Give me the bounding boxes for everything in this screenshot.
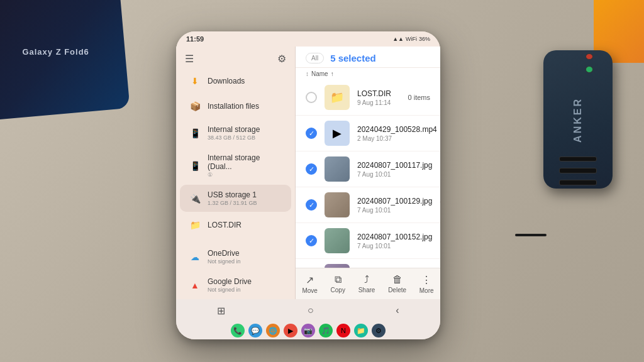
- anker-port-usb1: [559, 156, 597, 162]
- file-item-img3[interactable]: ✓ 20240807_100152.jpg 7 Aug 10:01 3.96 M…: [296, 223, 440, 259]
- dock-app-messages[interactable]: 💬: [248, 324, 262, 337]
- sort-arrow-icon: ↑: [331, 70, 334, 77]
- nav-home-button[interactable]: ○: [308, 305, 314, 316]
- content-header: All 5 selected: [296, 47, 440, 68]
- file-item-img1[interactable]: ✓ 20240807_100117.jpg 7 Aug 10:01 3.74 M…: [296, 151, 440, 187]
- settings-icon[interactable]: ⚙: [277, 53, 286, 65]
- usb-storage-sub: 1.32 GB / 31.91 GB: [208, 200, 282, 206]
- delete-label: Delete: [388, 287, 406, 293]
- copy-button[interactable]: ⧉ Copy: [331, 274, 345, 293]
- sidebar-item-internal-storage[interactable]: 📱 Internal storage 38.43 GB / 512 GB: [180, 119, 291, 146]
- file-meta-video: 2 May 10:37: [357, 135, 437, 142]
- internal-storage-icon: 📱: [189, 127, 201, 140]
- anker-port-green: [586, 66, 593, 72]
- google-drive-label: Google Drive: [208, 277, 282, 286]
- dock-app-camera[interactable]: 📷: [301, 324, 315, 337]
- share-icon: ⤴: [364, 274, 369, 285]
- dock-app-youtube[interactable]: ▶: [284, 324, 297, 337]
- file-item-lost-dir[interactable]: 📁 LOST.DIR 9 Aug 11:14 0 items: [296, 80, 440, 116]
- file-info-lost-dir: LOST.DIR 9 Aug 11:14: [357, 89, 401, 106]
- file-size-img1: 3.74 MB: [440, 162, 440, 177]
- sidebar: ☰ ⚙ ⬇ Downloads 📦 Installation files 📱: [176, 47, 296, 299]
- move-label: Move: [302, 287, 317, 294]
- usb-storage-icon: 🔌: [189, 192, 201, 205]
- more-label: More: [419, 287, 434, 294]
- file-info-img1: 20240807_100117.jpg 7 Aug 10:01: [357, 161, 432, 178]
- file-checkbox-img1[interactable]: ✓: [306, 163, 317, 175]
- anker-hub: ANKER: [543, 50, 613, 189]
- sidebar-item-internal-storage-dual[interactable]: 📱 Internal storage (Dual... ①: [180, 148, 291, 184]
- dock-app-browser[interactable]: 🌐: [266, 324, 280, 337]
- dock-app-spotify[interactable]: 🎵: [319, 324, 333, 337]
- app-area: ☰ ⚙ ⬇ Downloads 📦 Installation files 📱: [176, 47, 440, 299]
- more-icon: ⋮: [421, 274, 431, 286]
- internal-storage-label: Internal storage: [208, 125, 282, 134]
- wifi-icon: WiFi: [406, 36, 417, 42]
- internal-storage-dual-sub: ①: [208, 172, 282, 178]
- sidebar-item-installation[interactable]: 📦 Installation files: [180, 94, 291, 118]
- share-label: Share: [358, 287, 375, 293]
- share-button[interactable]: ⤴ Share: [358, 274, 375, 293]
- downloads-label: Downloads: [208, 77, 282, 85]
- dock-app-settings[interactable]: ⚙: [372, 324, 386, 337]
- google-drive-sub: Not signed in: [208, 287, 282, 293]
- file-item-video[interactable]: ✓ ▶ 20240429_100528.mp4 2 May 10:37 1.30…: [296, 116, 440, 151]
- installation-label: Installation files: [208, 102, 282, 111]
- file-info-video: 20240429_100528.mp4 2 May 10:37: [357, 125, 437, 142]
- hamburger-icon[interactable]: ☰: [185, 53, 194, 65]
- file-checkbox-lost-dir[interactable]: [306, 92, 317, 103]
- check-img2: ✓: [309, 201, 314, 209]
- anker-port-red: [586, 53, 593, 60]
- file-name-video: 20240429_100528.mp4: [357, 125, 437, 134]
- selected-count-title: 5 selected: [330, 53, 376, 63]
- file-thumb-video: ▶: [325, 121, 350, 146]
- all-tab[interactable]: All: [306, 53, 324, 63]
- sidebar-item-downloads[interactable]: ⬇ Downloads: [180, 69, 291, 93]
- battery-icon: 36%: [419, 36, 430, 42]
- sort-icon: ↕: [306, 70, 309, 77]
- sidebar-item-usb-storage[interactable]: 🔌 USB storage 1 1.32 GB / 31.91 GB: [180, 185, 291, 212]
- nav-back-button[interactable]: ‹: [396, 305, 399, 316]
- sort-name-label[interactable]: Name: [311, 70, 328, 77]
- status-icons: ▲▲ WiFi 36%: [392, 36, 430, 42]
- content-panel: All 5 selected ↕ Name ↑ 📁 LOST.DIR: [296, 47, 440, 299]
- file-checkbox-video[interactable]: ✓: [306, 128, 317, 139]
- app-dock: 📞 💬 🌐 ▶ 📷 🎵 N 📁 ⚙: [176, 322, 440, 339]
- status-bar: 11:59 ▲▲ WiFi 36%: [176, 31, 440, 47]
- internal-storage-dual-icon: 📱: [189, 160, 201, 172]
- sidebar-item-lost-dir[interactable]: 📁 LOST.DIR: [180, 213, 291, 237]
- bottom-toolbar: ↗ Move ⧉ Copy ⤴ Share 🗑 Delete ⋮ More: [296, 268, 440, 299]
- file-checkbox-img3[interactable]: ✓: [306, 235, 317, 246]
- move-icon: ↗: [306, 274, 314, 286]
- signal-icon: ▲▲: [392, 36, 404, 42]
- sidebar-item-google-drive[interactable]: ▲ Google Drive Not signed in: [180, 272, 291, 299]
- file-meta-img1: 7 Aug 10:01: [357, 171, 432, 178]
- sidebar-item-onedrive[interactable]: ☁ OneDrive Not signed in: [180, 243, 291, 270]
- dock-app-phone[interactable]: 📞: [231, 324, 245, 337]
- file-size-lost-dir: 0 items: [408, 94, 430, 101]
- onedrive-sub: Not signed in: [208, 258, 282, 265]
- downloads-icon: ⬇: [189, 75, 201, 87]
- check-img3: ✓: [309, 237, 314, 245]
- file-item-img2[interactable]: ✓ 20240807_100129.jpg 7 Aug 10:01 4.05 M…: [296, 187, 440, 223]
- file-name-img3: 20240807_100152.jpg: [357, 233, 432, 241]
- anker-port-usb2: [559, 168, 597, 173]
- file-checkbox-img2[interactable]: ✓: [306, 199, 317, 211]
- galaxy-box-text: Galaxy Z Fold6: [22, 47, 89, 56]
- lost-dir-icon: 📁: [189, 219, 201, 231]
- delete-button[interactable]: 🗑 Delete: [388, 274, 406, 293]
- file-name-img1: 20240807_100117.jpg: [357, 161, 432, 170]
- nav-recent-button[interactable]: ⊞: [217, 305, 225, 317]
- file-name-img2: 20240807_100129.jpg: [357, 197, 432, 206]
- lost-dir-label: LOST.DIR: [208, 221, 282, 229]
- sort-row: ↕ Name ↑: [296, 68, 440, 80]
- more-button[interactable]: ⋮ More: [419, 274, 434, 294]
- file-item-img4[interactable]: ✓ 20240807_100433.jpg 7 Aug 10:04 2.77 M…: [296, 259, 440, 268]
- dock-row: 📞 💬 🌐 ▶ 📷 🎵 N 📁 ⚙: [218, 324, 398, 337]
- dock-app-files[interactable]: 📁: [354, 324, 368, 337]
- file-size-img2: 4.05 MB: [440, 197, 440, 212]
- internal-storage-sub: 38.43 GB / 512 GB: [208, 134, 282, 141]
- dock-app-netflix[interactable]: N: [336, 324, 350, 337]
- move-button[interactable]: ↗ Move: [302, 274, 317, 294]
- copy-icon: ⧉: [335, 274, 341, 285]
